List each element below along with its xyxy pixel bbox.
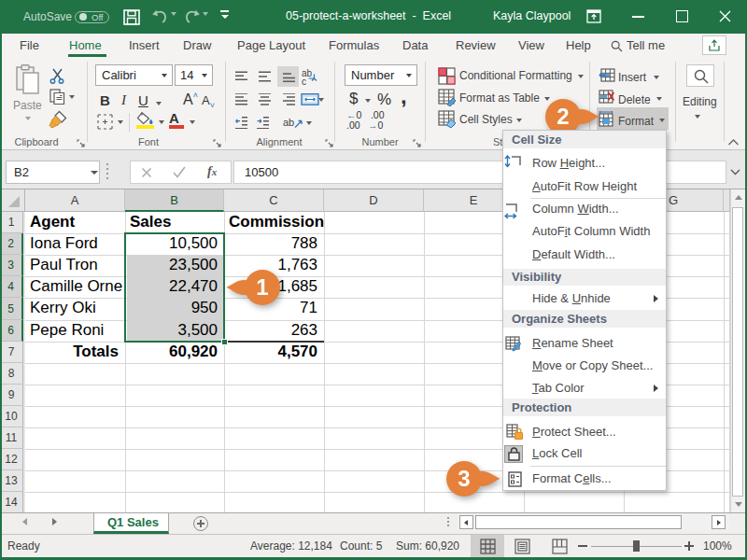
svg-text:ab: ab: [283, 117, 294, 128]
svg-text:1: 1: [256, 274, 268, 300]
svg-text:3: 3: [458, 466, 470, 491]
svg-text:c: c: [302, 77, 306, 86]
svg-text:2: 2: [557, 104, 569, 129]
